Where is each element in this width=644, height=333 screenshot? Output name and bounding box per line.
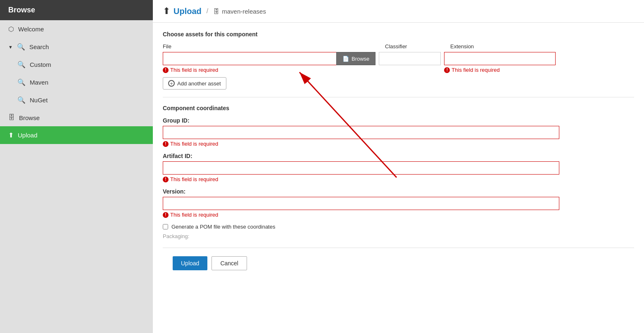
upload-icon: ⬆	[8, 131, 14, 139]
search-icon: 🔍	[17, 96, 26, 104]
database-icon: 🗄	[8, 114, 15, 121]
upload-button[interactable]: Upload	[173, 256, 207, 270]
add-asset-label: Add another asset	[177, 80, 221, 87]
plus-circle-icon: +	[168, 80, 175, 87]
sidebar-item-label: NuGet	[30, 97, 48, 104]
search-icon: 🔍	[17, 61, 26, 68]
artifact-id-error-text: This field is required	[170, 176, 218, 182]
sidebar-item-label: Welcome	[18, 26, 44, 33]
search-icon: 🔍	[17, 78, 26, 86]
page-header: ⬆ Upload / 🗄 maven-releases	[153, 0, 644, 23]
header-subtitle: 🗄 maven-releases	[213, 8, 266, 15]
browse-button[interactable]: 📄 Browse	[336, 52, 375, 65]
extension-error-text: This field is required	[452, 67, 499, 73]
version-input[interactable]	[163, 197, 559, 210]
version-error-text: This field is required	[170, 212, 218, 218]
sidebar-item-label: Custom	[30, 61, 51, 68]
group-id-label: Group ID:	[163, 117, 634, 124]
file-icon: 📄	[342, 56, 349, 62]
sidebar-item-label: Browse	[19, 114, 40, 121]
artifact-id-error: ! This field is required	[163, 176, 634, 182]
file-input-group: 📄 Browse	[163, 52, 375, 65]
upload-header-icon: ⬆	[163, 6, 170, 17]
file-error-text: This field is required	[170, 67, 218, 73]
form-actions: Upload Cancel	[163, 248, 634, 279]
error-icon: !	[163, 177, 169, 182]
error-icon: !	[444, 67, 450, 73]
file-column-label: File	[163, 43, 382, 50]
db-icon: 🗄	[213, 8, 219, 15]
coord-title: Component coordinates	[163, 105, 634, 111]
generate-pom-row: Generate a POM file with these coordinat…	[163, 224, 634, 230]
group-id-field: Group ID: ! This field is required	[163, 117, 634, 147]
sidebar-title: Browse	[8, 6, 35, 14]
search-icon: 🔍	[17, 43, 25, 51]
sidebar: Browse ⬡ Welcome ▼ 🔍 Search 🔍 Custom 🔍 M…	[0, 0, 153, 333]
sidebar-item-welcome[interactable]: ⬡ Welcome	[0, 20, 153, 38]
extension-error: ! This field is required	[444, 67, 556, 73]
sidebar-item-custom[interactable]: 🔍 Custom	[0, 56, 153, 73]
group-id-input[interactable]	[163, 126, 559, 139]
classifier-input[interactable]	[379, 52, 441, 65]
header-separator: /	[207, 7, 208, 15]
chevron-icon: ▼	[8, 45, 13, 50]
generate-pom-checkbox[interactable]	[163, 224, 168, 229]
asset-row: 📄 Browse ! This field is required	[163, 52, 634, 73]
sidebar-item-browse[interactable]: 🗄 Browse	[0, 109, 153, 126]
classifier-column	[379, 52, 441, 65]
page-title: Upload	[173, 7, 202, 16]
group-id-error: ! This field is required	[163, 141, 634, 147]
classifier-column-label: Classifier	[385, 43, 447, 50]
generate-pom-label[interactable]: Generate a POM file with these coordinat…	[171, 224, 275, 230]
extension-input[interactable]	[444, 52, 556, 65]
version-field: Version: ! This field is required	[163, 188, 634, 218]
error-icon: !	[163, 67, 169, 73]
sidebar-item-nuget[interactable]: 🔍 NuGet	[0, 91, 153, 109]
extension-column: ! This field is required	[444, 52, 556, 73]
main-content: ⬆ Upload / 🗄 maven-releases Choose asset…	[153, 0, 644, 287]
field-labels: File Classifier Extension	[163, 43, 634, 50]
file-error: ! This field is required	[163, 67, 375, 73]
file-input[interactable]	[163, 52, 336, 65]
version-label: Version:	[163, 188, 634, 195]
artifact-id-field: Artifact ID: ! This field is required	[163, 153, 634, 182]
cancel-button[interactable]: Cancel	[211, 256, 247, 270]
packaging-label: Packaging:	[163, 233, 634, 239]
add-asset-button[interactable]: + Add another asset	[163, 77, 226, 90]
sidebar-item-label: Upload	[18, 132, 38, 139]
sidebar-item-label: Search	[29, 43, 49, 50]
error-icon: !	[163, 212, 169, 218]
divider	[163, 97, 634, 97]
sidebar-item-maven[interactable]: 🔍 Maven	[0, 73, 153, 91]
sidebar-header: Browse	[0, 0, 153, 20]
version-error: ! This field is required	[163, 212, 634, 218]
sidebar-item-search[interactable]: ▼ 🔍 Search	[0, 38, 153, 56]
sidebar-item-upload[interactable]: ⬆ Upload	[0, 126, 153, 144]
file-column: 📄 Browse ! This field is required	[163, 52, 375, 73]
artifact-id-input[interactable]	[163, 161, 559, 175]
group-id-error-text: This field is required	[170, 141, 218, 147]
choose-assets-title: Choose assets for this component	[163, 31, 634, 38]
sidebar-item-label: Maven	[30, 79, 48, 86]
artifact-id-label: Artifact ID:	[163, 153, 634, 159]
main-wrapper: ⬆ Upload / 🗄 maven-releases Choose asset…	[153, 0, 644, 333]
form-content: Choose assets for this component File Cl…	[153, 23, 644, 287]
hexagon-icon: ⬡	[8, 25, 14, 33]
error-icon: !	[163, 141, 169, 147]
extension-column-label: Extension	[450, 43, 562, 50]
